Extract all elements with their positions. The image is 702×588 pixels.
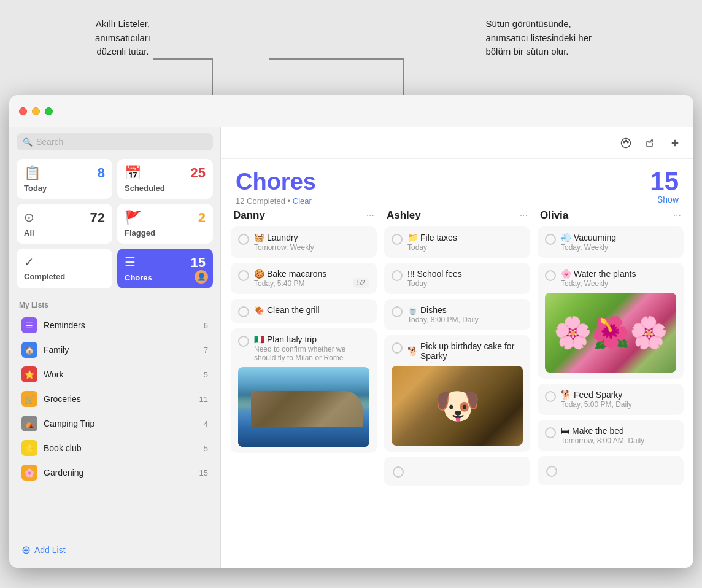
svg-point-1 xyxy=(623,141,625,142)
col-menu-ashley[interactable]: ··· xyxy=(520,210,528,221)
vacuuming-circle[interactable] xyxy=(545,234,556,245)
list-item-family[interactable]: 🏠 Family 7 xyxy=(17,338,213,362)
plants-title: 🌸 Water the plants xyxy=(561,269,676,279)
taxes-title: 📁 File taxes xyxy=(407,233,523,242)
column-olivia: Olivia ··· 💨 Vacuuming xyxy=(538,207,684,568)
col-header-olivia: Olivia ··· xyxy=(538,207,684,226)
close-button[interactable] xyxy=(19,107,27,115)
vacuuming-sub: Today, Weekly xyxy=(561,243,676,252)
dishes-circle[interactable] xyxy=(392,306,403,317)
cake-circle[interactable] xyxy=(392,342,403,354)
feedsparky-circle[interactable] xyxy=(545,391,556,402)
search-icon: 🔍 xyxy=(23,137,33,147)
dishes-sub: Today, 8:00 PM, Daily xyxy=(407,315,523,324)
dishes-title: 🍵 Dishes xyxy=(407,305,523,315)
reminder-schoolfees[interactable]: !!! School fees Today xyxy=(384,263,530,294)
col-items-danny: 🧺 Laundry Tomorrow, Weekly xyxy=(231,226,377,453)
reminder-macarons[interactable]: 🍪 Bake macarons Today, 5:40 PM 52 xyxy=(231,263,377,294)
column-danny: Danny ··· 🧺 Laundry xyxy=(231,207,377,568)
smart-item-today[interactable]: 📋 8 Today xyxy=(17,159,112,199)
col-name-danny: Danny xyxy=(233,209,265,222)
reminder-feedsparky[interactable]: 🐕 Feed Sparky Today, 5:00 PM, Daily xyxy=(538,384,684,415)
camping-icon: ⛺ xyxy=(21,416,37,431)
list-item-groceries[interactable]: 🛒 Groceries 11 xyxy=(17,387,213,411)
list-item-gardening[interactable]: 🌸 Gardening 15 xyxy=(17,460,213,485)
main-toolbar xyxy=(221,127,693,159)
groceries-name: Groceries xyxy=(44,394,81,404)
chores-count: 15 xyxy=(191,255,206,271)
col-items-ashley: 📁 File taxes Today xyxy=(384,226,530,486)
list-item-reminders[interactable]: ☰ Reminders 6 xyxy=(17,313,213,338)
groceries-count: 11 xyxy=(199,395,208,404)
all-label: All xyxy=(24,228,105,238)
schoolfees-circle[interactable] xyxy=(392,270,403,281)
grill-circle[interactable] xyxy=(238,306,249,317)
bookclub-name: Book club xyxy=(44,443,81,453)
cake-title: 🐕 Pick up birthday cake for Sparky xyxy=(407,341,523,361)
smart-item-all[interactable]: ⊙ 72 All xyxy=(17,204,112,244)
col-menu-danny[interactable]: ··· xyxy=(366,210,374,221)
main-header: Chores 12 Completed • Clear 15 Show xyxy=(221,159,693,212)
palette-button[interactable] xyxy=(617,134,634,152)
macarons-badge: 52 xyxy=(353,278,369,288)
share-button[interactable] xyxy=(642,134,659,152)
add-button[interactable] xyxy=(666,134,684,152)
camping-name: Camping Trip xyxy=(44,419,94,428)
clear-link[interactable]: Clear xyxy=(293,196,312,206)
work-count: 5 xyxy=(204,370,208,379)
italy-circle[interactable] xyxy=(238,336,249,347)
family-count: 7 xyxy=(204,346,208,355)
laundry-circle[interactable] xyxy=(238,234,249,245)
reminder-vacuuming[interactable]: 💨 Vacuuming Today, Weekly xyxy=(538,226,684,258)
minimize-button[interactable] xyxy=(32,107,40,115)
completed-info: 12 Completed • Clear xyxy=(236,196,316,206)
smart-item-completed[interactable]: ✓ Completed xyxy=(17,249,112,288)
completed-text: 12 Completed xyxy=(236,196,285,206)
makebed-circle[interactable] xyxy=(545,427,556,438)
family-name: Family xyxy=(44,345,69,355)
reminder-laundry[interactable]: 🧺 Laundry Tomorrow, Weekly xyxy=(231,226,377,258)
taxes-circle[interactable] xyxy=(392,234,403,245)
schoolfees-title: !!! School fees xyxy=(407,269,523,279)
chores-label: Chores xyxy=(125,273,206,282)
italy-title: 🇮🇹 Plan Italy trip xyxy=(254,335,369,344)
feedsparky-sub: Today, 5:00 PM, Daily xyxy=(561,400,676,409)
reminder-italy[interactable]: 🇮🇹 Plan Italy trip Need to confirm wheth… xyxy=(231,328,377,453)
reminder-plants[interactable]: 🌸 Water the plants Today, Weekly 🌸🌺🌸 xyxy=(538,263,684,379)
smart-item-scheduled[interactable]: 📅 25 Scheduled xyxy=(117,159,213,199)
smart-item-chores[interactable]: ☰ 15 Chores 👤 xyxy=(117,249,213,288)
col-items-olivia: 💨 Vacuuming Today, Weekly xyxy=(538,226,684,485)
ashley-empty-circle[interactable] xyxy=(393,466,404,478)
reminder-cake[interactable]: 🐕 Pick up birthday cake for Sparky 🐶 xyxy=(384,335,530,452)
plants-circle[interactable] xyxy=(545,270,556,281)
guide-line-h-left xyxy=(153,58,213,60)
svg-point-3 xyxy=(627,141,628,142)
olivia-empty-card xyxy=(538,456,684,485)
smart-item-flagged[interactable]: 🚩 2 Flagged xyxy=(117,204,213,244)
groceries-icon: 🛒 xyxy=(21,391,37,407)
list-item-work[interactable]: ⭐ Work 5 xyxy=(17,362,213,387)
list-item-bookclub[interactable]: ⭐ Book club 5 xyxy=(17,436,213,460)
reminder-dishes[interactable]: 🍵 Dishes Today, 8:00 PM, Daily xyxy=(384,299,530,330)
all-icon: ⊙ xyxy=(24,210,34,225)
family-icon: 🏠 xyxy=(21,342,37,358)
search-bar[interactable]: 🔍 Search xyxy=(17,133,213,150)
reminders-name: Reminders xyxy=(44,320,85,330)
my-lists-label: My Lists xyxy=(17,301,213,309)
avatar: 👤 xyxy=(195,270,208,284)
reminder-grill[interactable]: 🍖 Clean the grill xyxy=(231,299,377,323)
olivia-empty-circle[interactable] xyxy=(546,466,557,477)
add-list-button[interactable]: ⊕ Add List xyxy=(17,538,213,562)
reminders-icon: ☰ xyxy=(21,317,37,333)
work-name: Work xyxy=(44,369,63,379)
macarons-circle[interactable] xyxy=(238,270,249,281)
maximize-button[interactable] xyxy=(45,107,53,115)
list-item-camping[interactable]: ⛺ Camping Trip 4 xyxy=(17,411,213,436)
svg-point-2 xyxy=(625,140,627,141)
guide-line-h-right xyxy=(269,58,404,60)
traffic-lights xyxy=(19,107,53,115)
reminder-taxes[interactable]: 📁 File taxes Today xyxy=(384,226,530,258)
col-menu-olivia[interactable]: ··· xyxy=(673,210,681,221)
show-link[interactable]: Show xyxy=(650,195,679,204)
reminder-makebed[interactable]: 🛏 Make the bed Tomorrow, 8:00 AM, Daily xyxy=(538,420,684,451)
